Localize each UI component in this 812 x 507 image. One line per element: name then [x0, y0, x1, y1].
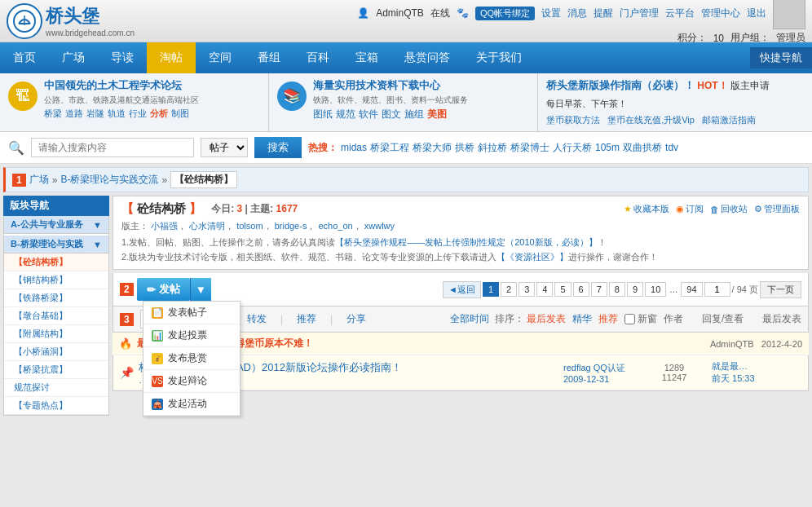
page-jump-input[interactable]	[704, 282, 730, 297]
sidebar-item-culvert[interactable]: 【小桥涵洞】	[4, 343, 108, 361]
admin-panel-btn[interactable]: ⚙ 管理面板	[754, 203, 800, 215]
favorite-btn[interactable]: ★ 收藏本版	[624, 203, 669, 215]
page-6[interactable]: 6	[573, 282, 589, 297]
search-button[interactable]: 搜索	[254, 137, 302, 158]
hot-search-cable[interactable]: 斜拉桥	[478, 141, 507, 155]
mod-xiaofuqiang[interactable]: 小福强	[151, 221, 178, 231]
qq-bind-button[interactable]: QQ帐号绑定	[475, 7, 535, 20]
last-reply-link[interactable]: 就是最…	[712, 361, 748, 371]
nav-about[interactable]: 关于我们	[463, 42, 535, 73]
search-input[interactable]	[31, 138, 194, 157]
coin-recharge[interactable]: 堡币在线充值,升级Vip	[607, 115, 695, 125]
coin-method[interactable]: 堡币获取方法	[546, 115, 600, 125]
user-mgmt-link[interactable]: 门户管理	[620, 7, 659, 20]
page-8[interactable]: 8	[609, 282, 625, 297]
page-94[interactable]: 94	[681, 282, 702, 297]
mod-echo-on[interactable]: echo_on	[318, 221, 352, 231]
quick-nav-button[interactable]: 快捷导航	[750, 47, 812, 68]
sidebar-item-steel[interactable]: 【钢结构桥】	[4, 271, 108, 289]
dropdown-reward[interactable]: 💰 发布悬赏	[143, 347, 240, 370]
page-1[interactable]: 1	[483, 282, 499, 297]
dropdown-debate[interactable]: VS 发起辩论	[143, 370, 240, 393]
sort-time[interactable]: 全部时间	[450, 313, 489, 324]
hot-search-arch[interactable]: 拱桥	[455, 141, 474, 155]
email-guide[interactable]: 邮箱激活指南	[702, 115, 756, 125]
recycle-btn[interactable]: 🗑 回收站	[710, 203, 748, 215]
filter-jinghua[interactable]: 精华	[572, 312, 592, 326]
page-7[interactable]: 7	[591, 282, 607, 297]
link-blueprint[interactable]: 图纸	[313, 108, 333, 121]
hot-search-midas[interactable]: midas	[341, 142, 367, 153]
link-software[interactable]: 软件	[359, 108, 378, 121]
new-window-checkbox[interactable]	[624, 314, 635, 324]
remind-link[interactable]: 提醒	[594, 7, 613, 20]
page-next-btn[interactable]: 下一页	[760, 281, 801, 298]
page-10[interactable]: 10	[645, 282, 666, 297]
link-analysis[interactable]: 分析	[150, 108, 168, 120]
filter-recommend[interactable]: 推荐	[289, 310, 324, 328]
hot-search-pedestrian[interactable]: 人行天桥	[553, 141, 592, 155]
subscribe-btn[interactable]: ◉ 订阅	[676, 203, 704, 215]
sidebar-item-seismic[interactable]: 【桥梁抗震】	[4, 361, 108, 379]
page-3[interactable]: 3	[519, 282, 535, 297]
mod-xinshui[interactable]: 心水清明	[189, 221, 225, 231]
page-4[interactable]: 4	[536, 282, 553, 297]
hot-search-bridge-master[interactable]: 桥梁大师	[413, 141, 452, 155]
hot-author[interactable]: AdminQTB	[710, 339, 754, 349]
page-5[interactable]: 5	[554, 282, 571, 297]
page-2[interactable]: 2	[501, 282, 517, 297]
filter-forward[interactable]: 转发	[240, 310, 274, 328]
nav-qa[interactable]: 悬赏问答	[391, 42, 463, 73]
notice-2-link[interactable]: 【《资源社区》】	[496, 252, 568, 262]
hot-search-phd[interactable]: 桥梁博士	[510, 141, 549, 155]
breadcrumb-square[interactable]: 广场	[29, 173, 49, 187]
nav-wiki[interactable]: 百科	[293, 42, 342, 73]
dropdown-activity[interactable]: 🎪 发起活动	[143, 393, 240, 416]
nav-taotie[interactable]: 淘帖	[147, 42, 196, 73]
search-type-select[interactable]: 帖子 用户	[201, 138, 248, 157]
admin-center-link[interactable]: 管理中心	[701, 7, 740, 20]
filter-share[interactable]: 分享	[339, 310, 373, 328]
filter-tuijian[interactable]: 推荐	[598, 312, 618, 326]
hot-search-105m[interactable]: 105m	[595, 142, 620, 153]
sidebar-section-a-title[interactable]: A-公共与专业服务 ▼	[4, 216, 108, 234]
link-tunnel[interactable]: 岩隧	[86, 108, 104, 120]
sidebar-section-b-title[interactable]: B-桥梁理论与实践 ▼	[4, 236, 108, 254]
mod-tolsom[interactable]: tolsom	[236, 221, 263, 231]
settings-link[interactable]: 设置	[541, 7, 561, 20]
link-code[interactable]: 规范	[336, 108, 355, 121]
link-drawing[interactable]: 制图	[171, 108, 189, 120]
message-link[interactable]: 消息	[567, 7, 587, 20]
logout-link[interactable]: 退出	[747, 7, 766, 20]
page-9[interactable]: 9	[627, 282, 643, 297]
thread-author-link[interactable]: redflag QQ认证	[563, 363, 625, 373]
link-road[interactable]: 道路	[65, 108, 83, 120]
link-rail[interactable]: 轨道	[108, 108, 126, 120]
nav-home[interactable]: 首页	[0, 42, 49, 73]
nav-treasure[interactable]: 宝箱	[342, 42, 391, 73]
mod-xwwlwy[interactable]: xwwlwy	[364, 221, 395, 231]
page-prev[interactable]: ◄返回	[443, 281, 481, 298]
link-beauty[interactable]: 美图	[427, 108, 447, 121]
admin-apply[interactable]: 版主申请	[730, 80, 770, 91]
notice-1-link[interactable]: 【桥头堡操作规程——发帖上传强制性规定（2010新版，必读）】	[335, 237, 597, 247]
nav-space[interactable]: 空间	[196, 42, 245, 73]
post-button[interactable]: ✏ 发帖	[137, 278, 190, 301]
hot-search-bridge-eng[interactable]: 桥梁工程	[370, 141, 409, 155]
nav-square[interactable]: 广场	[49, 42, 98, 73]
link-bridge[interactable]: 桥梁	[44, 108, 62, 120]
sidebar-item-topic[interactable]: 【专题热点】	[4, 397, 108, 415]
mod-bridge-s[interactable]: bridge-s	[275, 221, 307, 231]
link-industry[interactable]: 行业	[129, 108, 147, 120]
sidebar-item-pier[interactable]: 【墩台基础】	[4, 307, 108, 325]
sidebar-item-auxiliary[interactable]: 【附属结构】	[4, 325, 108, 343]
link-photo[interactable]: 图文	[382, 108, 401, 121]
sort-last-post[interactable]: 最后发表	[527, 313, 566, 324]
dropdown-vote[interactable]: 📊 发起投票	[143, 324, 240, 347]
hot-search-tdv[interactable]: tdv	[665, 142, 678, 153]
sidebar-item-concrete[interactable]: 【砼结构桥】	[4, 254, 108, 271]
hot-search-double-arch[interactable]: 双曲拱桥	[623, 141, 662, 155]
sidebar-item-railway[interactable]: 【铁路桥梁】	[4, 289, 108, 307]
cloud-link[interactable]: 云平台	[665, 7, 695, 20]
breadcrumb-bridge[interactable]: B-桥梁理论与实践交流	[60, 173, 158, 187]
